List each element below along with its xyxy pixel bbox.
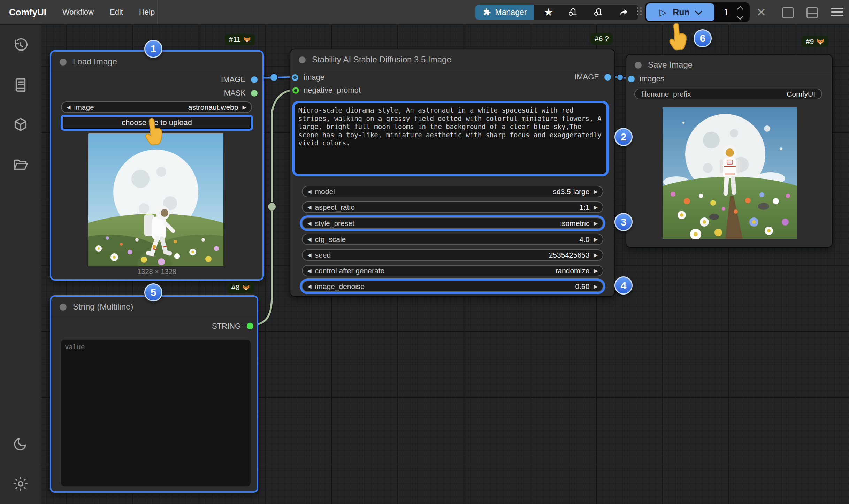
play-icon: ▷ (659, 7, 666, 18)
next-arrow-icon[interactable]: ▶ (594, 283, 598, 290)
widget-style-preset[interactable]: ◀ style_preset isometric ▶ (302, 217, 603, 229)
settings-gear-icon[interactable] (13, 476, 29, 492)
prev-arrow-icon[interactable]: ◀ (67, 104, 71, 110)
menu-workflow[interactable]: Workflow (62, 8, 94, 17)
reroute-dot-image[interactable] (270, 74, 278, 81)
next-arrow-icon[interactable]: ▶ (594, 268, 598, 274)
input-slot-image[interactable] (292, 74, 298, 81)
input-slot-negative-prompt[interactable] (292, 87, 299, 94)
queue-count[interactable]: 1 (716, 2, 737, 22)
prev-arrow-icon[interactable]: ◀ (307, 236, 312, 243)
star-icon[interactable]: ★ (544, 7, 553, 17)
drag-handle-icon[interactable] (637, 7, 642, 17)
annotation-marker-1: 1 (144, 40, 162, 58)
widget-control-after-generate[interactable]: ◀ control after generate randomize ▶ (302, 265, 603, 276)
node-title: Stability AI Stable Diffusion 3.5 Image (312, 55, 451, 64)
input-label-image: image (304, 73, 324, 82)
annotation-marker-5: 5 (144, 283, 162, 301)
next-arrow-icon[interactable]: ▶ (242, 104, 246, 110)
collapse-dot-icon[interactable] (635, 62, 642, 69)
prev-arrow-icon[interactable]: ◀ (307, 189, 312, 195)
output-label-image: IMAGE (221, 75, 246, 84)
share-icon[interactable] (618, 7, 629, 17)
pointing-hand-icon (142, 116, 167, 147)
workflows-folder-icon[interactable] (13, 156, 29, 173)
model-library-icon[interactable] (13, 116, 29, 132)
reroute-dot-string[interactable] (268, 203, 276, 211)
prev-arrow-icon[interactable]: ◀ (307, 268, 312, 274)
prev-arrow-icon[interactable]: ◀ (307, 220, 312, 227)
widget-value: astronaut.webp (188, 103, 238, 112)
top-menubar: ComfyUI Workflow Edit Help Manager ★ (0, 0, 849, 25)
close-icon[interactable]: ✕ (756, 5, 766, 19)
chevron-down-icon[interactable] (695, 7, 702, 15)
menubar-divider (157, 0, 158, 24)
annotation-marker-4: 4 (614, 276, 633, 295)
node-id-badge-string: #8 (227, 282, 254, 293)
fox-icon (242, 284, 250, 291)
next-arrow-icon[interactable]: ▶ (594, 220, 598, 227)
next-arrow-icon[interactable]: ▶ (594, 189, 598, 195)
next-arrow-icon[interactable]: ▶ (594, 236, 598, 243)
widget-filename-prefix[interactable]: filename_prefix ComfyUI (634, 89, 822, 99)
widget-cfg-scale[interactable]: ◀ cfg_scale 4.0 ▶ (302, 234, 603, 245)
widget-seed[interactable]: ◀ seed 2535425653 ▶ (302, 249, 603, 261)
history-icon[interactable] (13, 37, 29, 53)
menu-icon[interactable] (831, 8, 843, 16)
menu-edit[interactable]: Edit (110, 8, 123, 17)
node-sd35[interactable]: Stability AI Stable Diffusion 3.5 Image … (290, 49, 615, 297)
run-button[interactable]: ▷ Run (646, 3, 714, 21)
stepper-up-icon[interactable] (737, 6, 743, 12)
output-label-image: IMAGE (574, 72, 599, 82)
annotation-marker-6: 6 (694, 29, 712, 47)
image-combo-widget[interactable]: ◀ image astronaut.webp ▶ (61, 101, 252, 113)
collapse-dot-icon[interactable] (60, 304, 67, 311)
pointing-hand-icon (667, 22, 690, 52)
string-value-textarea[interactable]: value (61, 340, 251, 486)
stepper-down-icon[interactable] (737, 13, 743, 20)
image-size-label: 1328 × 1328 (51, 268, 262, 276)
node-load-image[interactable]: Load Image IMAGE MASK ◀ image astronaut.… (50, 50, 264, 281)
node-library-icon[interactable] (13, 77, 29, 93)
node-title: Save Image (648, 60, 693, 70)
puzzle-icon (483, 8, 492, 17)
collapse-dot-icon[interactable] (60, 59, 67, 66)
panel-icon[interactable] (782, 7, 794, 18)
node-title: Load Image (73, 57, 117, 67)
output-slot-image[interactable] (251, 76, 258, 83)
node-header[interactable]: Stability AI Stable Diffusion 3.5 Image (290, 49, 614, 70)
output-label-string: STRING (212, 322, 241, 331)
prev-arrow-icon[interactable]: ◀ (307, 283, 312, 290)
bottom-panel-icon[interactable] (806, 7, 818, 18)
theme-toggle-moon-icon[interactable] (13, 436, 29, 452)
left-sidebar (0, 24, 41, 504)
prompt-textarea[interactable]: Micro-scale diorama style, An astronaut … (295, 103, 606, 174)
next-arrow-icon[interactable]: ▶ (594, 252, 598, 258)
bell-icon[interactable] (593, 7, 604, 18)
node-header[interactable]: Save Image (626, 55, 832, 75)
input-slot-images[interactable] (628, 76, 635, 82)
node-save-image[interactable]: Save Image images filename_prefix ComfyU… (626, 54, 833, 248)
output-slot-mask[interactable] (251, 90, 258, 97)
widget-aspect-ratio[interactable]: ◀ aspect_ratio 1:1 ▶ (302, 201, 603, 213)
output-slot-image[interactable] (604, 74, 611, 81)
run-button-group: ▷ Run 1 (645, 2, 750, 22)
node-id-badge-save-image: #9 (802, 36, 828, 47)
bell-icon[interactable] (567, 7, 579, 18)
next-arrow-icon[interactable]: ▶ (594, 204, 598, 211)
manager-button[interactable]: Manager (475, 5, 534, 20)
fox-icon (817, 38, 824, 45)
node-id-badge-sd35: #6 ? (590, 33, 613, 44)
preview-image-astronaut-input (88, 133, 223, 266)
fox-icon (243, 36, 251, 43)
collapse-dot-icon[interactable] (299, 56, 306, 63)
widget-image-denoise[interactable]: ◀ image_denoise 0.60 ▶ (302, 281, 603, 292)
menu-help[interactable]: Help (139, 8, 155, 17)
widget-model[interactable]: ◀ model sd3.5-large ▶ (302, 186, 603, 197)
reroute-dot-image-2[interactable] (617, 74, 623, 81)
input-label-negative-prompt: negative_prompt (304, 86, 361, 95)
prev-arrow-icon[interactable]: ◀ (307, 204, 312, 211)
output-slot-string[interactable] (247, 323, 253, 329)
prev-arrow-icon[interactable]: ◀ (307, 252, 312, 258)
node-string-multiline[interactable]: String (Multiline) STRING value (50, 295, 258, 493)
